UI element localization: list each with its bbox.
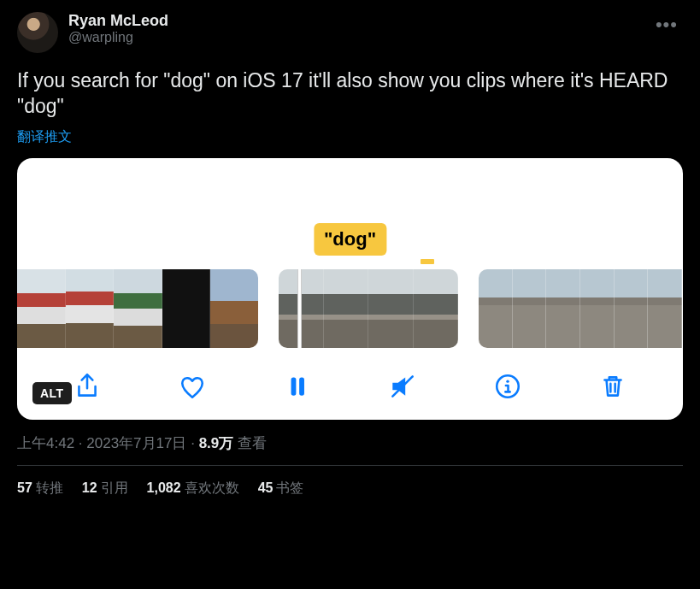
author-block[interactable]: Ryan McLeod @warpling bbox=[68, 12, 650, 45]
tweet-time[interactable]: 上午4:42 bbox=[17, 435, 74, 451]
author-handle: @warpling bbox=[68, 30, 650, 45]
svg-rect-1 bbox=[299, 377, 304, 395]
tweet-views-count: 8.9万 bbox=[199, 435, 234, 451]
author-display-name: Ryan McLeod bbox=[68, 12, 650, 30]
search-token-bubble: "dog" bbox=[314, 223, 386, 256]
timeline-clip[interactable] bbox=[17, 269, 258, 348]
video-timeline[interactable] bbox=[17, 269, 683, 348]
likes-label: 喜欢次数 bbox=[185, 480, 239, 495]
avatar[interactable] bbox=[17, 12, 58, 53]
timeline-clip[interactable] bbox=[279, 269, 458, 348]
pause-button[interactable] bbox=[280, 370, 315, 403]
quotes-stat[interactable]: 12引用 bbox=[82, 480, 128, 498]
info-button[interactable] bbox=[491, 370, 525, 403]
tweet: Ryan McLeod @warpling ••• If you search … bbox=[0, 0, 700, 498]
media-controls bbox=[17, 348, 683, 403]
timeline-clip[interactable] bbox=[479, 269, 682, 348]
search-token-marker bbox=[421, 259, 434, 264]
playhead[interactable] bbox=[297, 269, 302, 348]
search-token-row: "dog" bbox=[17, 170, 683, 269]
likes-stat[interactable]: 1,082喜欢次数 bbox=[147, 480, 239, 498]
alt-badge[interactable]: ALT bbox=[32, 382, 72, 404]
translate-link[interactable]: 翻译推文 bbox=[17, 128, 683, 146]
quotes-count: 12 bbox=[82, 480, 97, 495]
quotes-label: 引用 bbox=[101, 480, 128, 495]
bookmarks-label: 书签 bbox=[276, 480, 303, 495]
more-button[interactable]: ••• bbox=[650, 12, 683, 38]
tweet-views-label: 查看 bbox=[238, 435, 267, 451]
tweet-stats: 57转推 12引用 1,082喜欢次数 45书签 bbox=[17, 466, 683, 498]
svg-rect-0 bbox=[291, 377, 296, 395]
bookmarks-stat[interactable]: 45书签 bbox=[258, 480, 304, 498]
media-card[interactable]: "dog" bbox=[17, 158, 683, 420]
retweets-label: 转推 bbox=[36, 480, 63, 495]
svg-point-4 bbox=[507, 380, 509, 382]
delete-button[interactable] bbox=[596, 370, 630, 403]
bookmarks-count: 45 bbox=[258, 480, 274, 495]
tweet-header: Ryan McLeod @warpling ••• bbox=[17, 12, 683, 53]
share-button[interactable] bbox=[70, 370, 104, 403]
retweets-count: 57 bbox=[17, 480, 32, 495]
like-button[interactable] bbox=[175, 370, 209, 403]
retweets-stat[interactable]: 57转推 bbox=[17, 480, 63, 498]
tweet-date[interactable]: 2023年7月17日 bbox=[86, 435, 186, 451]
tweet-text: If you search for "dog" on iOS 17 it'll … bbox=[17, 68, 683, 120]
mute-button[interactable] bbox=[385, 370, 420, 403]
tweet-meta: 上午4:42 · 2023年7月17日 · 8.9万 查看 bbox=[17, 433, 683, 453]
likes-count: 1,082 bbox=[147, 480, 181, 495]
